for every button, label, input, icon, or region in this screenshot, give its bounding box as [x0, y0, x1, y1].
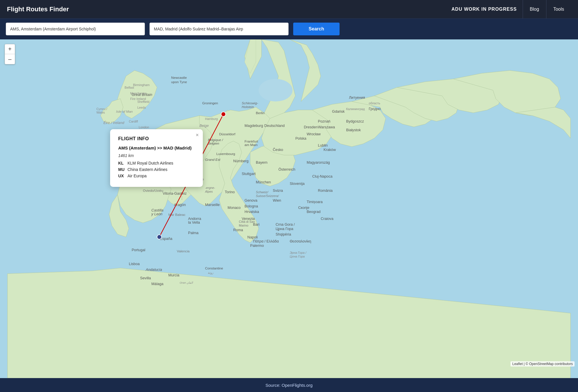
footer-text: Source: OpenFlights.org: [265, 383, 313, 388]
footer: Source: OpenFlights.org: [0, 378, 578, 392]
svg-text:y León: y León: [151, 212, 163, 216]
svg-text:Berlin: Berlin: [256, 111, 265, 115]
airline-code-mu: MU: [118, 167, 125, 172]
svg-text:Belfast: Belfast: [125, 86, 134, 89]
svg-text:Murcia: Murcia: [168, 273, 180, 277]
svg-text:Schleswig-: Schleswig-: [242, 101, 258, 105]
svg-text:Beograd: Beograd: [307, 210, 320, 214]
svg-text:Bologna: Bologna: [245, 204, 258, 208]
airline-name-ux: Air Europa: [127, 174, 147, 178]
map-attribution: Leaflet | © OpenStreetMap contributors: [510, 361, 575, 367]
svg-point-110: [157, 235, 162, 239]
svg-text:Marseille: Marseille: [205, 203, 220, 207]
svg-text:Wrocław: Wrocław: [307, 132, 321, 136]
svg-text:Holstein: Holstein: [242, 105, 254, 109]
search-bar: Search: [0, 19, 578, 39]
svg-text:Cymru /: Cymru /: [96, 107, 107, 111]
airline-row-kl: KL KLM Royal Dutch Airlines: [118, 161, 195, 165]
svg-text:Гродно: Гродно: [369, 107, 381, 111]
svg-text:Leeds: Leeds: [137, 106, 146, 109]
svg-text:Genova: Genova: [245, 198, 258, 203]
svg-text:Alpes: Alpes: [205, 190, 213, 193]
svg-text:Österreich: Österreich: [278, 167, 295, 172]
origin-input[interactable]: [6, 23, 145, 35]
svg-text:Shqipëria: Shqipëria: [276, 232, 291, 236]
svg-text:Frankfurt: Frankfurt: [245, 139, 258, 143]
svg-text:Belgien: Belgien: [208, 141, 219, 145]
svg-text:Valencia: Valencia: [177, 249, 189, 253]
osm-link[interactable]: © OpenStreetMap contributors: [526, 362, 573, 366]
zoom-controls: + –: [5, 44, 15, 64]
popup-distance: 1461 km: [118, 153, 195, 158]
svg-text:Θεσσαλονίκη: Θεσσαλονίκη: [290, 239, 311, 243]
svg-text:Monaco: Monaco: [228, 205, 241, 209]
leaflet-link[interactable]: Leaflet: [512, 362, 523, 366]
nav-tools[interactable]: Tools: [546, 0, 571, 19]
airline-row-mu: MU China Eastern Airlines: [118, 167, 195, 172]
svg-text:Groningen: Groningen: [202, 101, 218, 105]
svg-point-2: [259, 79, 293, 101]
header-nav: ADU WORK IN PROGRESS Blog Tools: [451, 0, 571, 19]
svg-text:زوتة: زوتة: [208, 271, 214, 275]
popup-close-button[interactable]: ×: [196, 132, 199, 138]
destination-input[interactable]: [149, 23, 289, 35]
zoom-out-button[interactable]: –: [5, 54, 15, 64]
svg-point-109: [221, 112, 226, 116]
header-brand: ADU WORK IN PROGRESS: [451, 7, 517, 12]
svg-text:upon Tyne: upon Tyne: [171, 80, 187, 84]
svg-text:Białystok: Białystok: [346, 128, 361, 132]
svg-text:Oran المَان: Oran المَان: [180, 281, 193, 284]
svg-text:Málaga: Málaga: [152, 282, 164, 286]
svg-text:la Vella: la Vella: [188, 220, 200, 225]
app-title: Flight Routes Finder: [7, 6, 69, 13]
svg-text:Эрна Гора /: Эрна Гора /: [290, 251, 307, 254]
svg-text:Crna Gora /: Crna Gora /: [276, 223, 295, 227]
svg-text:Česko: Česko: [273, 147, 283, 152]
svg-text:Lublin: Lublin: [318, 143, 328, 147]
svg-text:Sevilla: Sevilla: [140, 276, 151, 280]
airline-code-kl: KL: [118, 161, 125, 165]
svg-text:Slovenija: Slovenija: [290, 182, 305, 186]
svg-text:Cluj-Napoca: Cluj-Napoca: [312, 174, 333, 178]
nav-blog[interactable]: Blog: [523, 0, 546, 19]
svg-text:Andalucía: Andalucía: [145, 268, 162, 272]
svg-text:München: München: [256, 180, 271, 184]
svg-text:Magdeburg: Magdeburg: [245, 124, 263, 128]
airline-code-ux: UX: [118, 174, 125, 178]
svg-text:Birmingham: Birmingham: [133, 83, 149, 87]
svg-text:Napoli: Napoli: [247, 235, 258, 239]
svg-text:Poznań: Poznań: [318, 119, 330, 123]
svg-text:Deutschland: Deutschland: [264, 124, 285, 128]
svg-text:область: область: [369, 101, 380, 105]
svg-text:Wales: Wales: [96, 111, 105, 114]
svg-text:Luxembourg: Luxembourg: [216, 152, 235, 156]
svg-text:Warszawa: Warszawa: [318, 125, 335, 129]
airline-row-ux: UX Air Europa: [118, 174, 195, 178]
svg-text:Gdańsk: Gdańsk: [332, 110, 345, 114]
svg-text:Torino: Torino: [225, 190, 235, 194]
svg-text:Città di San: Città di San: [239, 220, 255, 223]
svg-text:Magyarország: Magyarország: [307, 161, 330, 165]
search-button[interactable]: Search: [293, 23, 340, 35]
svg-text:Timișoara: Timișoara: [307, 200, 323, 204]
svg-text:Hamburg: Hamburg: [205, 117, 218, 121]
svg-text:Polska: Polska: [295, 136, 307, 141]
map-container: Great Britain Isle of Man Éire / Ireland…: [0, 39, 578, 378]
svg-text:Manchester: Manchester: [130, 92, 147, 95]
svg-text:Craiova: Craiova: [321, 217, 334, 221]
svg-text:Éire / Ireland: Éire / Ireland: [103, 121, 125, 125]
svg-text:Bydgoszcz: Bydgoszcz: [346, 119, 364, 123]
svg-text:Isle of Man: Isle of Man: [116, 110, 133, 113]
svg-text:Roma: Roma: [233, 228, 243, 232]
svg-text:Schweiz/: Schweiz/: [256, 190, 269, 194]
svg-text:Црна Гора: Црна Гора: [276, 227, 293, 231]
svg-text:Marino: Marino: [239, 224, 249, 227]
zoom-in-button[interactable]: +: [5, 44, 15, 54]
svg-text:Grand Est: Grand Est: [205, 158, 220, 161]
svg-text:România: România: [318, 189, 333, 193]
svg-text:Nürnberg: Nürnberg: [233, 159, 249, 163]
svg-text:Hrvatska: Hrvatska: [245, 210, 259, 214]
header: Flight Routes Finder ADU WORK IN PROGRES…: [0, 0, 578, 19]
svg-text:Sheffield: Sheffield: [137, 100, 149, 103]
svg-point-1: [183, 79, 228, 113]
